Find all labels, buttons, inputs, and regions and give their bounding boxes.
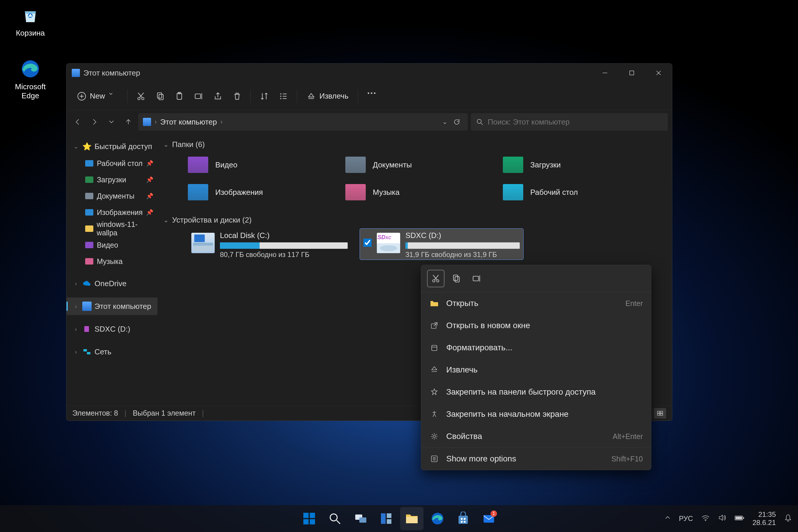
sort-button[interactable] [255,88,273,105]
clock[interactable]: 21:35 28.6.21 [753,510,776,527]
folder-icon [84,224,94,233]
drive-d[interactable]: SDXC SDXC (D:) 31,9 ГБ свободно из 31,9 … [360,229,523,260]
ctx-open[interactable]: Открыть Enter [421,292,651,315]
folder-item[interactable]: Видео [188,153,328,176]
sidebar-item-video-icon[interactable]: Видео [66,237,157,253]
wifi-icon[interactable] [701,514,710,523]
close-button[interactable] [645,63,672,82]
folder-item[interactable]: Рабочий стол [503,180,643,204]
recycle-bin[interactable]: Корзина [9,5,52,38]
folder-item[interactable]: Загрузки [503,153,643,176]
volume-icon[interactable] [718,514,726,523]
search-input[interactable] [488,117,663,127]
sidebar-sdxc[interactable]: › SDXC (D:) [66,320,157,338]
ctx-cut-button[interactable] [428,270,444,287]
new-button[interactable]: New [72,88,122,105]
folder-item[interactable]: Музыка [345,180,485,204]
chevron-right-icon[interactable]: › [72,326,79,332]
svg-rect-72 [458,516,468,524]
explorer-taskbar-button[interactable] [400,507,423,530]
ctx-pin-quick[interactable]: Закрепить на панели быстрого доступа [421,381,651,403]
breadcrumb[interactable]: Этот компьютер [160,117,217,127]
chevron-right-icon[interactable]: › [72,303,79,310]
sidebar: ⌄ ⭐ Быстрый доступ Рабочий стол📌Загрузки… [66,134,157,405]
view-button[interactable] [275,88,292,105]
edge-shortcut[interactable]: Microsoft Edge [9,58,52,100]
svg-line-65 [337,520,340,524]
downloads-icon [84,175,94,184]
address-bar[interactable]: › Этот компьютер › ⌄ [138,113,468,131]
drive-c[interactable]: Local Disk (C:) 80,7 ГБ свободно из 117 … [188,229,351,260]
eject-button[interactable]: Извлечь [302,88,353,105]
folders-group-header[interactable]: ⌄ Папки (6) [163,136,666,153]
forward-button[interactable] [88,115,101,129]
drives-group-header[interactable]: ⌄ Устройства и диски (2) [163,212,666,229]
refresh-button[interactable] [451,116,462,128]
maximize-button[interactable] [618,63,645,82]
folder-item[interactable]: Документы [345,153,485,176]
ctx-eject[interactable]: Извлечь [421,359,651,381]
widgets-button[interactable] [375,507,398,530]
ctx-format[interactable]: Форматировать... [421,337,651,359]
svg-rect-62 [303,519,309,525]
sidebar-item-documents-icon[interactable]: Документы📌 [66,188,157,204]
ctx-more-options[interactable]: Show more options Shift+F10 [421,448,651,470]
edge-label: Microsoft Edge [9,82,52,100]
ctx-copy-button[interactable] [448,270,464,287]
copy-button[interactable] [151,88,169,105]
ctx-open-new-window[interactable]: Открыть в новом окне [421,315,651,337]
back-button[interactable] [71,115,84,129]
store-taskbar-button[interactable] [452,507,475,530]
chevron-down-icon[interactable]: ⌄ [163,216,169,224]
ctx-pin-start[interactable]: Закрепить на начальном экране [421,403,651,425]
ctx-rename-button[interactable] [469,270,485,287]
chevron-down-icon[interactable]: ⌄ [72,143,79,150]
sidebar-item-downloads-icon[interactable]: Загрузки📌 [66,171,157,188]
start-button[interactable] [298,507,321,530]
minimize-button[interactable] [591,63,618,82]
sidebar-item-desktop-icon[interactable]: Рабочий стол📌 [66,155,157,171]
svg-rect-73 [461,518,462,520]
task-view-button[interactable] [349,507,372,530]
svg-rect-74 [464,518,466,520]
pin-icon: 📌 [146,160,153,167]
cut-button[interactable] [132,88,150,105]
sidebar-item-music-icon[interactable]: Музыка [66,253,157,269]
chevron-right-icon[interactable]: › [72,348,79,355]
tray-chevron-up[interactable] [664,514,671,522]
search-box[interactable] [471,113,668,131]
drive-d-checkbox[interactable] [363,239,372,247]
mail-taskbar-button[interactable]: 1 [477,507,500,530]
svg-point-55 [433,435,435,437]
pictures-folder-icon [188,184,208,201]
tray-language[interactable]: РУС [679,514,693,522]
drive-d-capacity-bar [405,242,520,249]
chevron-right-icon[interactable]: › [72,280,79,287]
address-dropdown[interactable]: ⌄ [442,118,448,126]
search-button[interactable] [323,507,346,530]
folder-item[interactable]: Изображения [188,180,328,204]
notifications-icon[interactable] [784,514,792,524]
rename-button[interactable] [190,88,207,105]
more-button[interactable] [363,88,380,105]
sidebar-quick-access[interactable]: ⌄ ⭐ Быстрый доступ [66,138,157,155]
svg-rect-80 [743,517,744,519]
sidebar-item-folder-icon[interactable]: windows-11-wallpa [66,221,157,237]
drive-c-capacity-bar [220,242,348,249]
up-button[interactable] [121,115,135,129]
history-button[interactable] [104,115,118,129]
pin-icon: 📌 [146,192,153,200]
desktop-folder-icon [503,184,523,201]
edge-taskbar-button[interactable] [426,507,449,530]
sidebar-item-pictures-icon[interactable]: Изображения📌 [66,204,157,221]
ctx-properties[interactable]: Свойства Alt+Enter [421,425,651,448]
tiles-view-button[interactable] [654,408,666,419]
sidebar-onedrive[interactable]: › OneDrive [66,275,157,292]
properties-icon [429,431,439,441]
sidebar-this-pc[interactable]: › Этот компьютер [66,298,157,315]
battery-icon[interactable] [735,514,744,522]
svg-rect-3 [630,71,634,75]
chevron-down-icon[interactable]: ⌄ [163,141,169,149]
sidebar-network[interactable]: › Сеть [66,343,157,361]
titlebar[interactable]: Этот компьютер [66,63,672,82]
